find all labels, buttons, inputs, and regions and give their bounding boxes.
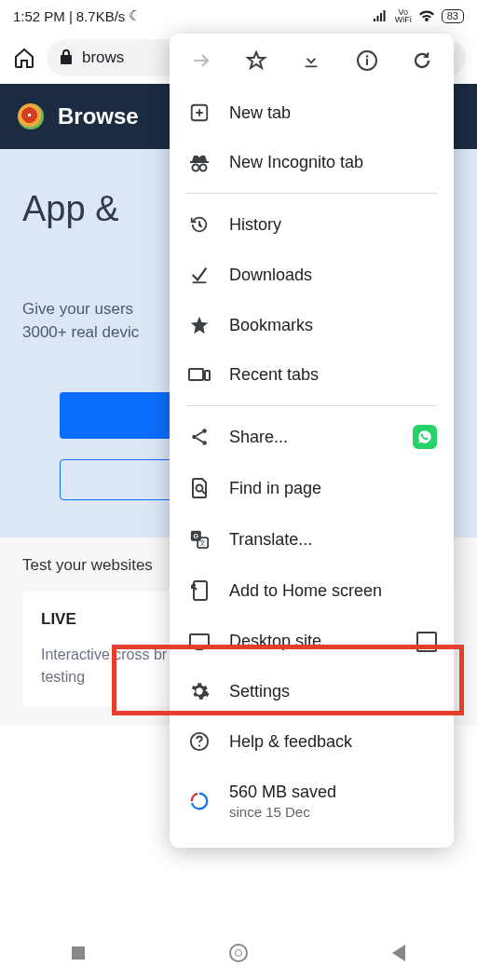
browser-menu: New tab New Incognito tab History Downlo… — [170, 34, 454, 848]
svg-point-5 — [193, 164, 199, 170]
menu-divider — [186, 405, 437, 406]
forward-icon[interactable] — [181, 49, 222, 75]
menu-history-label: History — [229, 215, 281, 235]
menu-help[interactable]: Help & feedback — [170, 716, 454, 767]
desktop-site-checkbox[interactable] — [416, 632, 437, 652]
menu-translate-label: Translate... — [229, 530, 312, 550]
status-bar: 1:52 PM | 8.7KB/s ☾ VoWiFi 83 — [0, 0, 477, 32]
reload-icon[interactable] — [402, 49, 443, 75]
lock-icon — [60, 49, 73, 67]
svg-text:文: 文 — [199, 538, 206, 547]
recent-tabs-icon — [188, 367, 211, 384]
card-body-1: Interactive cross br — [41, 647, 167, 662]
svg-point-6 — [200, 164, 207, 170]
home-icon[interactable] — [11, 47, 37, 69]
signal-icon — [373, 9, 389, 22]
svg-point-1 — [366, 55, 369, 58]
menu-find-label: Find in page — [229, 479, 321, 498]
menu-desktop-label: Desktop site — [229, 632, 321, 651]
add-home-icon — [188, 579, 211, 602]
battery-icon: 83 — [442, 9, 464, 23]
svg-rect-4 — [190, 161, 209, 163]
menu-incognito[interactable]: New Incognito tab — [170, 138, 454, 187]
menu-new-tab-label: New tab — [229, 103, 291, 123]
bookmarks-star-icon — [188, 315, 211, 335]
menu-new-tab[interactable]: New tab — [170, 88, 454, 138]
menu-recent-tabs-label: Recent tabs — [229, 365, 319, 385]
svg-rect-18 — [190, 634, 209, 647]
history-icon — [188, 214, 211, 235]
menu-desktop-site[interactable]: Desktop site — [170, 617, 454, 666]
card-body-2: testing — [41, 669, 85, 685]
downloads-check-icon — [188, 265, 211, 285]
menu-help-label: Help & feedback — [229, 732, 352, 752]
menu-add-home[interactable]: Add to Home screen — [170, 565, 454, 617]
android-nav-bar — [0, 933, 477, 973]
back-button[interactable] — [392, 945, 405, 961]
data-saved-since: since 15 Dec — [229, 803, 336, 822]
menu-data-saved[interactable]: 560 MB saved since 15 Dec — [170, 767, 454, 837]
menu-incognito-label: New Incognito tab — [229, 153, 363, 172]
volte-icon: VoWiFi — [395, 8, 412, 23]
incognito-icon — [188, 154, 211, 172]
info-icon[interactable] — [347, 49, 388, 75]
menu-add-home-label: Add to Home screen — [229, 581, 382, 601]
status-speed: 8.7KB/s — [76, 8, 126, 24]
menu-bookmarks[interactable]: Bookmarks — [170, 300, 454, 350]
desktop-icon — [188, 633, 211, 651]
svg-point-12 — [197, 485, 203, 492]
download-icon[interactable] — [291, 50, 332, 75]
menu-downloads[interactable]: Downloads — [170, 250, 454, 300]
menu-settings[interactable]: Settings — [170, 666, 454, 716]
gear-icon — [188, 681, 211, 701]
help-icon — [188, 731, 211, 752]
status-time: 1:52 PM — [13, 8, 65, 24]
menu-bookmarks-label: Bookmarks — [229, 316, 313, 335]
url-text: brows — [82, 48, 124, 67]
svg-rect-7 — [189, 369, 203, 380]
data-saved-amount: 560 MB saved — [229, 782, 336, 803]
brand-name: Browse — [58, 103, 139, 129]
brand-logo-icon — [15, 101, 47, 132]
svg-point-20 — [198, 744, 200, 746]
svg-rect-2 — [366, 59, 368, 65]
share-icon — [188, 427, 211, 447]
svg-rect-8 — [205, 371, 210, 380]
dnd-moon-icon: ☾ — [129, 7, 141, 24]
svg-rect-17 — [194, 581, 207, 600]
menu-divider — [186, 193, 437, 194]
wifi-icon — [417, 8, 436, 23]
data-saver-icon — [188, 791, 211, 811]
menu-settings-label: Settings — [229, 682, 290, 701]
menu-recent-tabs[interactable]: Recent tabs — [170, 350, 454, 400]
menu-history[interactable]: History — [170, 199, 454, 250]
find-icon — [188, 477, 211, 499]
menu-share-label: Share... — [229, 428, 288, 447]
whatsapp-icon[interactable] — [413, 425, 437, 449]
menu-share[interactable]: Share... — [170, 412, 454, 462]
menu-downloads-label: Downloads — [229, 265, 312, 285]
star-icon[interactable] — [236, 49, 277, 75]
recent-apps-button[interactable] — [72, 946, 85, 960]
home-button[interactable] — [229, 944, 248, 962]
menu-find-in-page[interactable]: Find in page — [170, 462, 454, 514]
new-tab-icon — [188, 102, 211, 123]
menu-translate[interactable]: G文 Translate... — [170, 514, 454, 565]
menu-toolbar — [170, 39, 454, 86]
translate-icon: G文 — [188, 529, 211, 550]
